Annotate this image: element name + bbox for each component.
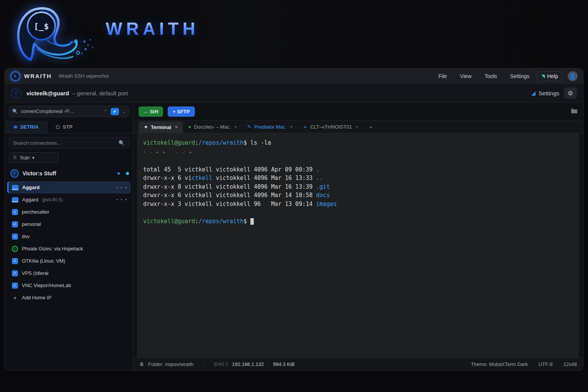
sort-filter-label: Supr: ▾ (20, 155, 34, 160)
item-label: OTKIlia (Linus: VM) (22, 258, 65, 264)
gear-icon: ⚙ (568, 90, 573, 97)
menu-item-settings[interactable]: Settings (505, 71, 535, 82)
chevron-down-icon[interactable]: ⌄ (122, 109, 126, 114)
tool-icon: ◢ (531, 90, 536, 96)
search-connections-input[interactable] (13, 140, 119, 146)
connection-list: Aggard• • •Aggard(pv4,60.5)• • •✓perches… (5, 181, 133, 304)
waves-icon: ≋ (13, 124, 17, 130)
app-logo-icon: ϟ (10, 71, 20, 81)
terminal-line: < - ► ► - - ✓ ► (143, 147, 573, 157)
sort-filter-dropdown[interactable]: ☰ Supr: ▾ (9, 152, 59, 163)
help-arrow-icon: ◥ (541, 74, 545, 79)
sidebar-item-aggard[interactable]: Aggard(pv4,60.5)• • • (7, 194, 131, 206)
chevron-down-icon[interactable]: ▾ (291, 125, 292, 129)
terminal-line: drwxr-x-x 8 victkell victokkell 4096 Mar… (143, 183, 573, 191)
chevron-up-icon[interactable]: ⌃ (104, 109, 108, 114)
item-menu-dots-icon[interactable]: • • • (116, 197, 127, 203)
sidebar-item-otkilia-linus-vm[interactable]: ✓OTKIlia (Linus: VM) (7, 255, 131, 267)
folder-icon[interactable] (571, 108, 578, 115)
green-check-icon: ✓ (12, 246, 18, 252)
sidebar-item-phvate-gizes-via-hopetack[interactable]: ✓Phvate Gizes: via Hopetack (7, 243, 131, 255)
item-label: perchesalter (22, 209, 49, 215)
status-folder: Folder: /repos/wraith (148, 361, 194, 367)
terminal-line: victokell@guard:/repos/wraith$ (143, 217, 573, 226)
menubar: ϟ WRAITH Wraith SSH sepenchor FileViewTo… (5, 69, 583, 84)
terminal-tabbar: ✦Terminal×●Docclies- – Mac.▾✎Prediator M… (133, 120, 583, 133)
pencil-icon: ✎ (247, 124, 251, 129)
sidebar-item-personal[interactable]: ✓personal (7, 218, 131, 230)
divider (204, 361, 204, 367)
sidebar-item-aggard[interactable]: Aggard• • • (7, 181, 131, 193)
file-icon: 🗎 (139, 361, 144, 367)
sidebar-item-vnc-viepor-homelab[interactable]: ✓VNC Viepor/HomeLab (7, 279, 131, 291)
tab-setria[interactable]: ≋ SETRIA (5, 121, 47, 133)
search-connections-box: 🔍 (9, 137, 129, 149)
close-tab-icon[interactable]: × (175, 124, 178, 130)
sftp-button[interactable]: + SFTP (168, 106, 194, 117)
plane-icon: ➢ (303, 124, 307, 130)
terminal-icon: ✦ (144, 124, 148, 130)
terminal-tab-clt-vthnoist01[interactable]: ➢CLT–vTHNOIST01▾ (298, 121, 363, 133)
checkbox-button[interactable]: ✔ (111, 108, 119, 115)
shield-icon: ⬡ (56, 124, 60, 130)
blue-check-icon: ✓ (12, 283, 18, 289)
sidebar-item-add-home-ip[interactable]: +Add Home IP (7, 292, 131, 304)
terminal-output[interactable]: victokell@guard:/repos/wraith$ ls -la< -… (137, 133, 579, 358)
tab-label: Terminal (151, 124, 171, 130)
terminal-tab-terminal[interactable]: ✦Terminal× (139, 121, 183, 133)
terminal-tab-prediator-mac[interactable]: ✎Prediator Mac.▾ (242, 121, 298, 133)
tab-stp[interactable]: ⬡ STP (47, 121, 81, 133)
new-tab-button[interactable]: + (363, 121, 379, 133)
status-size: 994.3 KiB (273, 361, 294, 367)
sidebar-item-dsv[interactable]: ✓dsv (7, 230, 131, 242)
green-dot-icon: ● (188, 124, 191, 129)
terminal-line: total 45 5 victkell victokkell 4096 Apr … (143, 165, 573, 174)
tab-label: Prediator Mac. (254, 124, 287, 130)
chat-folder-icon (12, 185, 18, 190)
status-grid-size: 12x48 (564, 361, 577, 367)
chevron-down-icon[interactable]: ▾ (356, 125, 358, 129)
connection-group-header[interactable]: ☄ Victor:s Stuff (10, 167, 129, 180)
list-icon: ☰ (13, 155, 17, 160)
user-avatar[interactable]: 👤 (568, 71, 578, 81)
ssh-button-label: ← SiH (144, 109, 158, 114)
status-dot-blue (118, 172, 120, 175)
gear-button[interactable]: ⚙ (564, 87, 577, 99)
item-label: Phvate Gizes: via Hopetack (22, 246, 83, 252)
profile-dropdown-value: connenConcplioneal -Fl ... (21, 109, 101, 114)
connection-profile-dropdown[interactable]: 🔍 connenConcplioneal -Fl ... ⌃ ✔ ⌄ (9, 106, 129, 117)
connection-settings-button[interactable]: ◢ Settings (531, 90, 559, 96)
session-toolbar: ← SiH + SFTP (133, 103, 583, 120)
item-label: dsv (22, 234, 29, 239)
menu-item-file[interactable]: File (433, 71, 452, 82)
search-icon: 🔍 (119, 140, 125, 146)
blue-check-icon: ✓ (12, 234, 18, 240)
chevron-down-icon[interactable]: ▾ (235, 125, 237, 129)
main-panel: ← SiH + SFTP ✦Terminal×●Docclies- – Mac.… (133, 103, 583, 370)
terminal-tab-docclies-mac[interactable]: ●Docclies- – Mac.▾ (183, 121, 242, 133)
help-label: Help (547, 73, 558, 79)
terminal-line: drwxr-x-x 6 victkell victokkell 4096 Mar… (143, 174, 573, 183)
help-button[interactable]: ◥Help (537, 71, 562, 81)
status-ip: 192.166.1.132 (232, 361, 264, 367)
globe-icon: ☄ (10, 169, 19, 178)
menu-item-tools[interactable]: Tools (479, 71, 503, 82)
connection-heart-icon: ♡ (11, 88, 21, 98)
connection-bar: ♡ victeelk@guard – general, default port… (5, 84, 583, 103)
wraith-ghost-logo-icon: [_$ (11, 4, 99, 64)
tab-label: Docclies- – Mac. (194, 124, 231, 130)
status-theme: Theme: MobaXTerm Dark (471, 361, 528, 367)
banner-title: WRAITH (106, 18, 199, 39)
item-menu-dots-icon[interactable]: • • • (116, 185, 127, 190)
menu-item-view[interactable]: View (455, 71, 477, 82)
item-label: VPS (Idleral (22, 270, 48, 276)
sidebar-tabs: ≋ SETRIA ⬡ STP (5, 121, 133, 134)
connection-host: victeelk@guard (26, 90, 69, 96)
ssh-button[interactable]: ← SiH (139, 106, 163, 117)
blue-check-icon: ✓ (12, 258, 18, 264)
blue-check-icon: ✓ (12, 270, 18, 276)
plus-icon: + (12, 295, 18, 301)
sidebar-item-perchesalter[interactable]: ✓perchesalter (7, 206, 131, 218)
item-meta: (pv4,60.5) (42, 197, 63, 203)
sidebar-item-vps-idleral[interactable]: ✓VPS (Idleral (7, 267, 131, 279)
